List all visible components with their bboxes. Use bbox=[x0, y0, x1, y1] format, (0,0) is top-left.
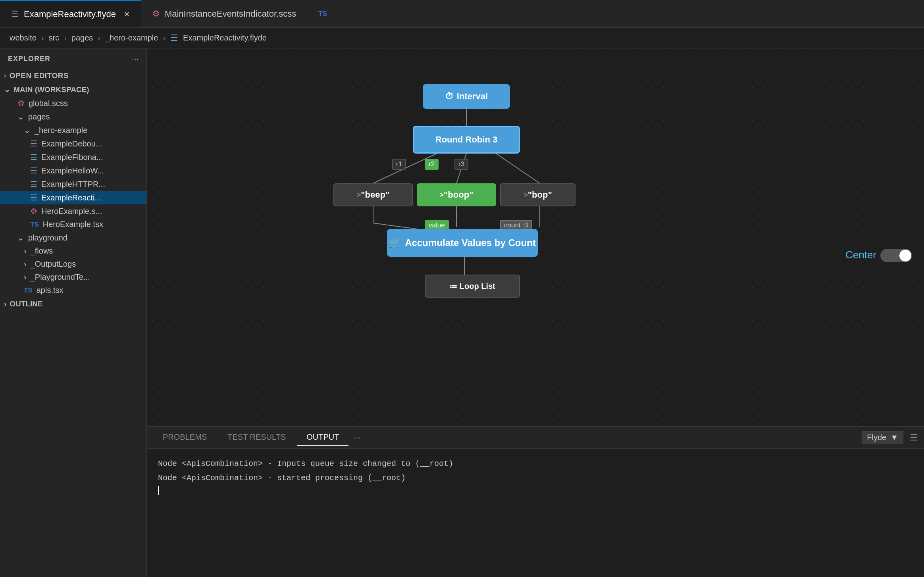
panel-more-button[interactable]: ··· bbox=[353, 433, 360, 443]
sidebar-label-example-fibona: ExampleFibona... bbox=[41, 153, 103, 162]
panel-content: Node <ApisCombination> - Inputs queue si… bbox=[147, 449, 924, 577]
node-accumulate[interactable]: 🛒 Accumulate Values by Count bbox=[387, 229, 538, 257]
round-robin-label: Round Robin 3 bbox=[435, 135, 497, 145]
boop-label: "boop" bbox=[444, 190, 474, 200]
scss-icon: ⚙ bbox=[30, 206, 37, 216]
accumulate-label: Accumulate Values by Count bbox=[405, 237, 535, 248]
explorer-header: EXPLORER ··· bbox=[0, 48, 146, 69]
hero-example-chevron: ⌄ bbox=[24, 125, 31, 135]
port-r1: r1 bbox=[392, 159, 406, 170]
scss-icon: ⚙ bbox=[17, 98, 25, 108]
sidebar-label-example-httpr: ExampleHTTPR... bbox=[41, 180, 105, 189]
node-loop-list[interactable]: ≔ Loop List bbox=[425, 275, 520, 298]
node-boop[interactable]: > "boop" bbox=[417, 183, 496, 206]
sidebar-label-outputlogs: _OutputLogs bbox=[31, 260, 76, 269]
dropdown-chevron: ▼ bbox=[890, 433, 898, 442]
sidebar-label-hero-example: _hero-example bbox=[35, 126, 87, 135]
tab-bar: ☰ ExampleReactivity.flyde ✕ ⚙ MainInstan… bbox=[0, 0, 924, 28]
sidebar-item-pages[interactable]: ⌄ pages bbox=[0, 110, 146, 123]
sidebar-label-hero-example-s: HeroExample.s... bbox=[41, 207, 102, 216]
port-r2: r2 bbox=[425, 159, 439, 170]
accumulate-icon: 🛒 bbox=[389, 237, 401, 248]
open-editors-chevron: › bbox=[4, 72, 6, 79]
workspace-chevron: ⌄ bbox=[4, 85, 10, 94]
explorer-title: EXPLORER bbox=[8, 55, 50, 63]
sidebar: EXPLORER ··· › OPEN EDITORS ⌄ MAIN (WORK… bbox=[0, 48, 147, 577]
interval-icon: ⏱ bbox=[445, 91, 454, 102]
outputlogs-chevron: › bbox=[24, 260, 27, 269]
outline-header[interactable]: › OUTLINE bbox=[0, 297, 146, 311]
breadcrumb-website[interactable]: website bbox=[10, 33, 37, 42]
pages-chevron: ⌄ bbox=[17, 112, 24, 121]
breadcrumb-file[interactable]: ExampleReactivity.flyde bbox=[183, 33, 267, 42]
sidebar-label-playgroundte: _PlaygroundTe... bbox=[31, 273, 90, 282]
tab-problems[interactable]: PROBLEMS bbox=[153, 429, 216, 446]
scss-icon: ⚙ bbox=[152, 9, 160, 19]
sidebar-label-apis-ts: apis.tsx bbox=[37, 286, 64, 295]
flyde-icon: ☰ bbox=[30, 139, 37, 148]
flyde-icon: ☰ bbox=[30, 193, 37, 202]
sidebar-item-example-debou[interactable]: ☰ ExampleDebou... bbox=[0, 137, 146, 150]
node-round-robin[interactable]: Round Robin 3 bbox=[413, 126, 520, 154]
tab-ts[interactable]: TS bbox=[307, 0, 338, 27]
sidebar-item-playground[interactable]: ⌄ playground bbox=[0, 231, 146, 244]
log-line-1: Node <ApisCombination> - Inputs queue si… bbox=[158, 457, 913, 471]
workspace-header[interactable]: ⌄ MAIN (WORKSPACE) bbox=[0, 83, 146, 96]
flow-canvas[interactable]: ⏱ Interval Round Robin 3 r1 r2 r3 > bbox=[147, 48, 924, 426]
sidebar-item-hero-example-ts[interactable]: TS HeroExample.tsx bbox=[0, 218, 146, 231]
tab-test-results[interactable]: TEST RESULTS bbox=[218, 429, 295, 446]
main-layout: EXPLORER ··· › OPEN EDITORS ⌄ MAIN (WORK… bbox=[0, 48, 924, 577]
open-editors-header[interactable]: › OPEN EDITORS bbox=[0, 69, 146, 83]
sidebar-label-global-scss: global.scss bbox=[29, 99, 68, 108]
playgroundte-chevron: › bbox=[24, 273, 27, 282]
outline-chevron: › bbox=[4, 300, 6, 308]
sidebar-label-pages: pages bbox=[28, 112, 50, 121]
sidebar-item-example-hellow[interactable]: ☰ ExampleHelloW... bbox=[0, 164, 146, 177]
content-area: ⏱ Interval Round Robin 3 r1 r2 r3 > bbox=[147, 48, 924, 577]
sidebar-label-flows: _flows bbox=[31, 246, 53, 256]
boop-code: > bbox=[439, 191, 444, 199]
flyde-icon: ☰ bbox=[30, 179, 37, 189]
sidebar-item-global-scss[interactable]: ⚙ global.scss bbox=[0, 96, 146, 110]
sidebar-item-playgroundte[interactable]: › _PlaygroundTe... bbox=[0, 271, 146, 284]
sidebar-item-hero-example[interactable]: ⌄ _hero-example bbox=[0, 123, 146, 137]
sidebar-label-example-hellow: ExampleHelloW... bbox=[41, 166, 104, 175]
sidebar-item-outputlogs[interactable]: › _OutputLogs bbox=[0, 258, 146, 271]
bottom-panel: PROBLEMS TEST RESULTS OUTPUT ··· Flyde ▼… bbox=[147, 426, 924, 577]
log-line-2: Node <ApisCombination> - started process… bbox=[158, 471, 913, 485]
node-interval[interactable]: ⏱ Interval bbox=[423, 84, 510, 109]
sidebar-item-example-httpr[interactable]: ☰ ExampleHTTPR... bbox=[0, 177, 146, 191]
tab-example-reactivity[interactable]: ☰ ExampleReactivity.flyde ✕ bbox=[0, 0, 141, 27]
svg-line-7 bbox=[373, 223, 417, 229]
tab-output[interactable]: OUTPUT bbox=[297, 429, 348, 446]
explorer-more-button[interactable]: ··· bbox=[132, 54, 139, 63]
flyde-icon: ☰ bbox=[30, 166, 37, 175]
tab-close-button[interactable]: ✕ bbox=[124, 10, 130, 19]
bop-code: > bbox=[524, 191, 528, 199]
cursor-line bbox=[158, 485, 913, 495]
ts-icon: TS bbox=[318, 10, 327, 18]
center-toggle[interactable] bbox=[880, 249, 912, 262]
sidebar-item-example-fibona[interactable]: ☰ ExampleFibona... bbox=[0, 150, 146, 164]
sidebar-label-playground: playground bbox=[28, 233, 67, 242]
tab-main-instance[interactable]: ⚙ MainInstanceEventsIndicator.scss bbox=[141, 0, 307, 27]
workspace-label: MAIN (WORKSPACE) bbox=[13, 85, 89, 94]
sidebar-item-apis-ts[interactable]: TS apis.tsx bbox=[0, 284, 146, 297]
breadcrumb-src[interactable]: src bbox=[48, 33, 59, 42]
node-beep[interactable]: > "beep" bbox=[333, 183, 413, 206]
sidebar-item-hero-example-s[interactable]: ⚙ HeroExample.s... bbox=[0, 204, 146, 218]
tab-label-example-reactivity: ExampleReactivity.flyde bbox=[24, 9, 116, 19]
beep-code: > bbox=[357, 191, 361, 199]
loop-list-label: ≔ Loop List bbox=[449, 281, 495, 291]
sidebar-label-example-debou: ExampleDebou... bbox=[41, 139, 102, 148]
breadcrumb: website › src › pages › _hero-example › … bbox=[0, 28, 924, 48]
svg-line-3 bbox=[496, 154, 540, 183]
sidebar-item-flows[interactable]: › _flows bbox=[0, 244, 146, 258]
sidebar-item-example-reacti[interactable]: ☰ ExampleReacti... bbox=[0, 191, 146, 204]
panel-layout-icon[interactable]: ☰ bbox=[910, 433, 918, 443]
breadcrumb-hero-example[interactable]: _hero-example bbox=[105, 33, 158, 42]
panel-dropdown[interactable]: Flyde ▼ bbox=[862, 431, 903, 444]
port-r3: r3 bbox=[454, 159, 468, 170]
breadcrumb-pages[interactable]: pages bbox=[71, 33, 93, 42]
node-bop[interactable]: > "bop" bbox=[500, 183, 576, 206]
